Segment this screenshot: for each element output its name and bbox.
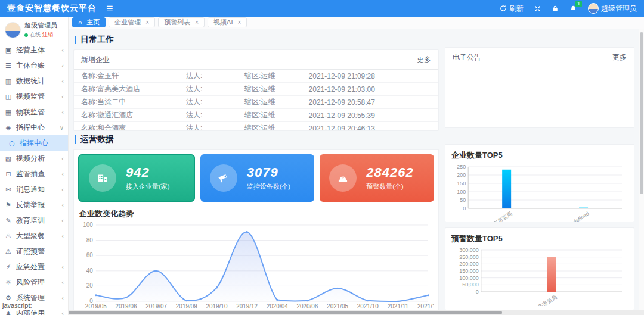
sidebar-item-business-entity[interactable]: ▣经营主体‹ [0,42,68,58]
table-row[interactable]: 名称:当涂二中 法人: 辖区:运维 2021-12-09 20:58:47 [74,96,438,109]
chevron-icon: ‹ [61,63,64,69]
kpi-value: 284262 [366,165,413,180]
svg-text:250,000: 250,000 [459,254,479,260]
sidebar-item-iot-supervision[interactable]: ▦物联监管‹ [0,104,68,120]
refresh-label: 刷新 [509,4,524,14]
sidebar: 超级管理员 在线 注销 ▣经营主体‹ ☰主体台账‹ ▥数据统计‹ ◫视频监管‹ … [0,17,69,315]
table-row[interactable]: 名称:富惠美大酒店 法人: 辖区:运维 2021-12-09 21:03:00 [74,83,438,96]
table-row[interactable]: 名称:金玉轩 法人: 辖区:运维 2021-12-09 21:09:28 [74,70,438,83]
chevron-icon: ‹ [61,233,64,239]
close-icon[interactable]: × [237,19,241,26]
kpi-card-enterprises[interactable]: 942 接入企业量(家) [78,154,195,202]
sidebar-item-entity-ledger[interactable]: ☰主体台账‹ [0,58,68,73]
table-row[interactable]: 名称:和合酒家 法人: 辖区:运维 2021-12-09 20:46:13 [74,122,438,131]
svg-text:2019/10: 2019/10 [206,303,227,310]
tab-home[interactable]: ⌂ 主页 [72,17,106,27]
logout-link[interactable]: 注销 [42,31,53,39]
svg-text:0: 0 [476,289,479,295]
lock-screen-button[interactable] [552,5,559,12]
sidebar-item-data-statistics[interactable]: ▥数据统计‹ [0,73,68,89]
svg-text:2019/07: 2019/07 [145,303,167,310]
new-enterprise-panel: 新增企业 更多 名称:金玉轩 法人: 辖区:运维 2021-12-09 21:0… [73,49,439,131]
sidebar-item-emergency-response[interactable]: ⚡应急处置‹ [0,259,68,275]
kpi-card-devices[interactable]: 3079 监控设备数(个) [200,154,315,202]
sidebar-item-command-center[interactable]: ◈指挥中心∨ [0,120,68,135]
table-row[interactable]: 名称:徽通汇酒店 法人: 辖区:运维 2021-12-09 20:55:39 [74,109,438,122]
chevron-icon: ‹ [61,186,64,193]
app-title: 壹食安智慧餐饮云平台 [7,3,97,14]
svg-text:80: 80 [86,237,94,244]
svg-text:200,000: 200,000 [459,261,479,267]
sidebar-subitem-command-center[interactable]: ○指挥中心 [0,135,68,151]
svg-text:2019/05: 2019/05 [85,303,107,310]
svg-text:100: 100 [83,222,93,228]
svg-text:250: 250 [457,164,466,170]
user-name: 超级管理员 [24,21,57,30]
kpi-value: 942 [126,165,169,180]
tab-video-ai[interactable]: 视频AI × [208,17,247,27]
svg-text:150,000: 150,000 [459,268,479,274]
refresh-icon [500,5,507,12]
close-icon[interactable]: × [145,19,149,26]
ledger-icon: ☰ [4,62,13,70]
chevron-icon: ‹ [61,93,64,100]
section-daily-work: 日常工作 [75,35,439,45]
comment-icon: ✉ [4,186,13,194]
hamburger-menu-icon[interactable]: ☰ [106,4,113,13]
fullscreen-icon [534,5,541,12]
camera-icon [210,164,237,192]
user-menu[interactable]: 超级管理员 [588,3,637,14]
more-link[interactable]: 更多 [612,52,627,63]
bulb-icon: ☼ [4,279,13,286]
vertical-scrollbar[interactable] [639,29,644,310]
shop-icon: ▣ [4,46,13,54]
sidebar-item-message-notice[interactable]: ✉消息通知‹ [0,182,68,197]
section-operations-data: 运营数据 [75,134,439,145]
tab-alert-list[interactable]: 预警列表 × [158,17,205,27]
sidebar-item-education-training[interactable]: ✎教育培训‹ [0,213,68,228]
more-link[interactable]: 更多 [417,55,431,65]
chart-icon: ▥ [4,77,13,85]
kpi-card-alerts[interactable]: 284262 预警数量(个) [320,154,434,202]
kpi-label: 接入企业量(家) [126,182,169,191]
horizontal-scrollbar-thumb[interactable] [69,311,502,314]
notification-badge: 1 [575,1,582,7]
tab-enterprise-management[interactable]: 企业管理 × [109,17,155,27]
alarm-icon: ⚡ [4,263,13,271]
sidebar-item-video-analysis[interactable]: ▧视频分析‹ [0,151,68,166]
main-content: 日常工作 新增企业 更多 名称:金玉轩 法人: 辖区:运维 2021-12-09… [69,29,639,310]
section-marker [75,36,76,44]
sidebar-item-group-dining[interactable]: ♨大型聚餐‹ [0,228,68,244]
sidebar-item-feedback-report[interactable]: ⚑反馈举报‹ [0,197,68,213]
close-icon[interactable]: × [195,19,199,26]
svg-text:2021/12: 2021/12 [417,303,434,310]
sidebar-item-spot-check[interactable]: ⊡监管抽查‹ [0,166,68,182]
video-icon: ◫ [4,93,13,101]
svg-text:300,000: 300,000 [459,247,479,253]
trend-chart-title: 企业数变化趋势 [79,208,434,219]
sidebar-item-video-supervision[interactable]: ◫视频监管‹ [0,89,68,104]
notifications-button[interactable]: 1 [569,5,577,13]
kpi-label: 预警数量(个) [366,182,413,191]
building-icon [89,164,116,192]
svg-text:2021/10: 2021/10 [357,303,379,310]
horizontal-scrollbar[interactable] [69,310,639,315]
online-status-dot [24,33,28,37]
chevron-icon: ‹ [61,217,64,224]
alert-top5-title: 预警数量TOP5 [451,233,629,244]
header-username: 超级管理员 [601,4,637,14]
chevron-icon: ‹ [61,78,64,85]
home-icon: ⌂ [78,19,82,26]
sidebar-item-risk-management[interactable]: ☼风险管理‹ [0,275,68,290]
notice-panel: 电子公告 更多 [445,47,634,128]
vertical-scrollbar-thumb[interactable] [640,32,643,194]
svg-text:合肥市市监局: 合肥市市监局 [528,294,558,307]
online-status-label: 在线 [30,31,41,39]
sidebar-item-license-alert[interactable]: ⚠证照预警 [0,244,68,259]
fullscreen-button[interactable] [534,5,541,12]
refresh-button[interactable]: 刷新 [500,4,524,14]
svg-text:2019/09: 2019/09 [176,303,197,310]
chevron-icon: ‹ [61,264,64,270]
chevron-icon: ‹ [61,155,64,162]
panel-title: 新增企业 [81,55,110,65]
